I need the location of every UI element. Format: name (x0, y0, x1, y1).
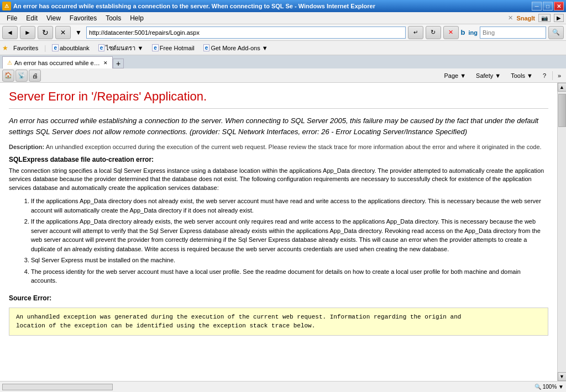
search-button[interactable]: 🔍 (548, 26, 564, 39)
title-bar: ⚠ An error has occurred while establishi… (0, 0, 566, 12)
search-input[interactable] (480, 27, 546, 39)
safety-menu[interactable]: Safety ▼ (472, 71, 505, 80)
favorites-bar: ★ Favorites | e aboutblank e ไซต์มนตรา ▼… (0, 41, 566, 55)
scrollbar: ▲ ▼ (557, 83, 566, 381)
bing-logo: b (461, 28, 465, 36)
page-content: Server Error in '/Repairs' Application. … (0, 83, 557, 381)
description-text: An unhandled exception occurred during t… (46, 144, 542, 150)
ie-icon2: e (98, 44, 105, 51)
dropdown-arrow[interactable]: ▼ (73, 27, 84, 38)
menu-file[interactable]: File (2, 13, 22, 23)
page-menu[interactable]: Page ▼ (440, 71, 470, 80)
stop-btn2[interactable]: ✕ (443, 26, 459, 39)
tab-close-button[interactable]: ✕ (103, 60, 108, 66)
snagit-close[interactable]: ✕ (508, 14, 513, 22)
menu-edit[interactable]: Edit (22, 13, 42, 23)
menu-favorites[interactable]: Favorites (65, 13, 101, 23)
favorites-star: ★ (2, 44, 8, 52)
list-item-3: Sql Server Express must be installed on … (31, 256, 548, 265)
browser-toolbar: 🏠 📡 🖨 Page ▼ Safety ▼ Tools ▼ ? » (0, 68, 566, 83)
description-line: Description: An unhandled exception occu… (9, 144, 548, 150)
scrollbar-track[interactable] (558, 92, 566, 372)
address-input[interactable] (86, 27, 406, 39)
scroll-down-button[interactable]: ▼ (558, 372, 567, 381)
scroll-up-button[interactable]: ▲ (558, 83, 567, 92)
active-tab[interactable]: ⚠ An error has occurred while establishi… (2, 56, 113, 68)
addons-icon: e (203, 44, 210, 51)
snagit-label: SnagIt (516, 15, 535, 22)
back-button[interactable]: ◄ (2, 26, 18, 39)
close-button[interactable]: ✕ (554, 2, 564, 10)
sqlexpress-body: The connection string specifies a local … (9, 167, 548, 192)
source-error-text: An unhandled exception was generated dur… (16, 314, 461, 330)
requirements-list: If the applications App_Data directory d… (31, 197, 548, 285)
list-item-1: If the applications App_Data directory d… (31, 197, 548, 215)
fav-addons[interactable]: e Get More Add-ons ▼ (200, 43, 272, 53)
address-bar: ◄ ► ↻ ✕ ▼ ↵ ↻ ✕ b ing 🔍 (0, 24, 566, 41)
window-title: An error has occurred while establishing… (13, 3, 375, 9)
sqlexpress-title: SQLExpress database file auto-creation e… (9, 156, 548, 163)
print-button[interactable]: 🖨 (29, 70, 41, 82)
fav-aboutblank[interactable]: e aboutblank (48, 43, 93, 53)
tab-warning-icon: ⚠ (7, 60, 12, 66)
stop-button[interactable]: ✕ (55, 26, 71, 39)
snagit-camera[interactable]: 📷 (538, 14, 551, 22)
menu-bar: File Edit View Favorites Tools Help ✕ Sn… (0, 12, 566, 24)
list-item-4: The process identity for the web server … (31, 267, 548, 285)
status-bar: 🔍 100% ▼ (0, 381, 566, 392)
go-button[interactable]: ↵ (408, 26, 423, 39)
tab-label: An error has occurred while establishing… (14, 60, 101, 66)
forward-button[interactable]: ► (20, 26, 35, 39)
description-label: Description: (9, 144, 44, 150)
favorites-label[interactable]: Favorites (9, 43, 42, 53)
status-icons: 🔍 100% ▼ (534, 384, 564, 390)
separator1: | (44, 44, 46, 52)
fav-hotmail[interactable]: e Free Hotmail (148, 43, 198, 53)
ie-icon: e (52, 44, 59, 51)
status-progress (2, 384, 113, 390)
refresh-btn2[interactable]: ↻ (426, 26, 441, 39)
new-tab-button[interactable]: + (113, 59, 124, 68)
menu-help[interactable]: Help (125, 13, 148, 23)
minimize-button[interactable]: ─ (532, 2, 542, 10)
refresh-button[interactable]: ↻ (38, 26, 53, 39)
maximize-button[interactable]: □ (543, 2, 553, 10)
home-button[interactable]: 🏠 (2, 70, 14, 82)
browser-icon: ⚠ (2, 2, 11, 10)
hotmail-icon: e (152, 44, 159, 51)
help-menu[interactable]: ? (539, 71, 550, 80)
tools-menu[interactable]: Tools ▼ (507, 71, 537, 80)
rss-button[interactable]: 📡 (15, 70, 28, 82)
tab-bar: ⚠ An error has occurred while establishi… (0, 55, 566, 68)
menu-tools[interactable]: Tools (101, 13, 125, 23)
expand-button[interactable]: » (555, 71, 564, 80)
menu-view[interactable]: View (42, 13, 65, 23)
bing-text: ing (469, 29, 478, 36)
content-area: Server Error in '/Repairs' Application. … (0, 83, 566, 381)
window-controls: ─ □ ✕ (532, 2, 564, 10)
toolbar-divider (552, 71, 553, 80)
page-title: Server Error in '/Repairs' Application. (9, 89, 548, 109)
zoom-icon[interactable]: 🔍 100% ▼ (534, 384, 564, 390)
snagit-btn2[interactable]: ▶ (554, 14, 564, 22)
scrollbar-thumb[interactable] (558, 94, 566, 127)
source-error-title: Source Error: (9, 294, 548, 302)
source-error-box: An unhandled exception was generated dur… (9, 308, 548, 336)
list-item-2: If the applications App_Data directory a… (31, 217, 548, 253)
error-main-text: An error has occurred while establishing… (9, 115, 548, 137)
fav-site[interactable]: e ไซต์มนตรา ▼ (95, 41, 148, 55)
